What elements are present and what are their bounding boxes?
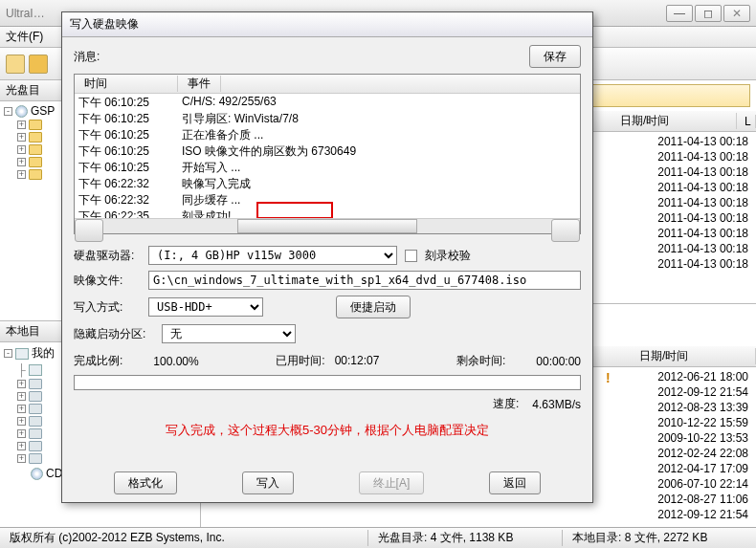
status-local: 本地目录: 8 文件, 2272 KB — [563, 530, 756, 546]
tree-item-label: 我的 — [32, 345, 55, 362]
warning-icon: ! — [606, 370, 611, 385]
back-button[interactable]: 返回 — [489, 471, 541, 494]
drive-icon — [29, 416, 42, 427]
speed-value: 4.63MB/s — [532, 398, 581, 411]
drive-label: 硬盘驱动器: — [74, 248, 141, 264]
list-item[interactable]: 2012-09-12 21:54 — [207, 507, 750, 522]
folder-icon — [29, 144, 42, 155]
message-row[interactable]: 下午 06:22:32映像写入完成 — [75, 176, 580, 192]
progress-bar — [74, 375, 581, 390]
remain-label: 剩余时间: — [456, 353, 505, 369]
drive-icon — [29, 404, 42, 414]
toolbar-icon-2[interactable] — [29, 55, 48, 74]
write-disk-image-dialog: 写入硬盘映像 消息: 保存 时间 事件 下午 06:10:25C/H/S: 49… — [61, 11, 593, 503]
computer-icon — [15, 348, 29, 360]
pct-label: 完成比例: — [74, 353, 122, 369]
remain-value: 00:00:00 — [536, 355, 581, 368]
col-date[interactable]: 日期/时间 — [632, 348, 756, 364]
col-event[interactable]: 事件 — [178, 76, 221, 92]
message-row[interactable]: 下午 06:10:25ISO 映像文件的扇区数为 6730649 — [75, 143, 580, 160]
message-row[interactable]: 下午 06:10:25开始写入 ... — [75, 160, 580, 176]
status-copyright: 版权所有 (c)2002-2012 EZB Systems, Inc. — [0, 530, 368, 546]
tree-item-label: GSP — [31, 104, 55, 118]
menu-file[interactable]: 文件(F) — [6, 29, 43, 45]
computer-icon — [29, 364, 42, 376]
drive-icon — [29, 453, 42, 464]
bootable-button[interactable]: 便捷启动 — [336, 296, 411, 318]
elapsed-label: 已用时间: — [276, 354, 324, 367]
maximize-button[interactable]: ◻ — [695, 5, 722, 22]
format-button[interactable]: 格式化 — [114, 471, 177, 494]
verify-checkbox[interactable] — [405, 250, 417, 262]
folder-icon — [29, 120, 42, 130]
message-row[interactable]: 下午 06:10:25C/H/S: 492/255/63 — [75, 95, 580, 111]
drive-icon — [29, 441, 42, 451]
image-label: 映像文件: — [74, 273, 141, 289]
h-scrollbar[interactable] — [75, 218, 580, 233]
col-date[interactable]: 日期/时间 — [612, 113, 737, 129]
folder-icon — [29, 169, 42, 180]
col-time[interactable]: 时间 — [75, 76, 178, 92]
scroll-right-button[interactable] — [551, 219, 580, 242]
folder-icon — [29, 132, 42, 142]
cd-icon — [15, 105, 28, 118]
drive-icon — [29, 379, 42, 389]
message-list[interactable]: 时间 事件 下午 06:10:25C/H/S: 492/255/63下午 06:… — [74, 74, 581, 234]
write-button[interactable]: 写入 — [242, 471, 294, 494]
folder-icon — [29, 157, 42, 167]
col-l[interactable]: L — [737, 115, 756, 128]
scroll-left-button[interactable] — [75, 219, 103, 242]
method-select[interactable]: USB-HDD+ — [148, 297, 263, 317]
method-label: 写入方式: — [74, 299, 141, 316]
message-row[interactable]: 下午 06:22:32同步缓存 ... — [75, 192, 580, 208]
elapsed-value: 00:12:07 — [335, 354, 380, 367]
message-row[interactable]: 下午 06:10:25正在准备介质 ... — [75, 127, 580, 143]
hidden-select[interactable]: 无 — [162, 324, 296, 343]
speed-label: 速度: — [493, 396, 519, 412]
toolbar-icon-1[interactable] — [6, 55, 25, 74]
status-disc: 光盘目录: 4 文件, 1138 KB — [368, 530, 563, 546]
minimize-button[interactable]: — — [666, 5, 693, 22]
image-path-input[interactable] — [148, 271, 581, 290]
message-row[interactable]: 下午 06:10:25引导扇区: WinVista/7/8 — [75, 111, 580, 127]
drive-icon — [29, 391, 42, 402]
verify-label: 刻录校验 — [425, 248, 471, 264]
red-annotation: 写入完成，这个过程大概5-30分钟，根据个人电脑配置决定 — [74, 418, 581, 443]
close-button[interactable]: ✕ — [723, 5, 750, 22]
pct-value: 100.00% — [153, 355, 198, 368]
scroll-thumb[interactable] — [237, 219, 416, 233]
cd-icon — [31, 468, 43, 480]
statusbar: 版权所有 (c)2002-2012 EZB Systems, Inc. 光盘目录… — [0, 527, 756, 548]
save-button[interactable]: 保存 — [529, 45, 581, 68]
dialog-titlebar[interactable]: 写入硬盘映像 — [62, 12, 592, 37]
stop-button: 终止[A] — [359, 471, 425, 494]
drive-select[interactable]: (I:, 4 GB)HP v115w 3000 — [148, 246, 397, 265]
hidden-label: 隐藏启动分区: — [74, 326, 154, 342]
drive-icon — [29, 428, 42, 439]
message-label: 消息: — [74, 49, 100, 65]
